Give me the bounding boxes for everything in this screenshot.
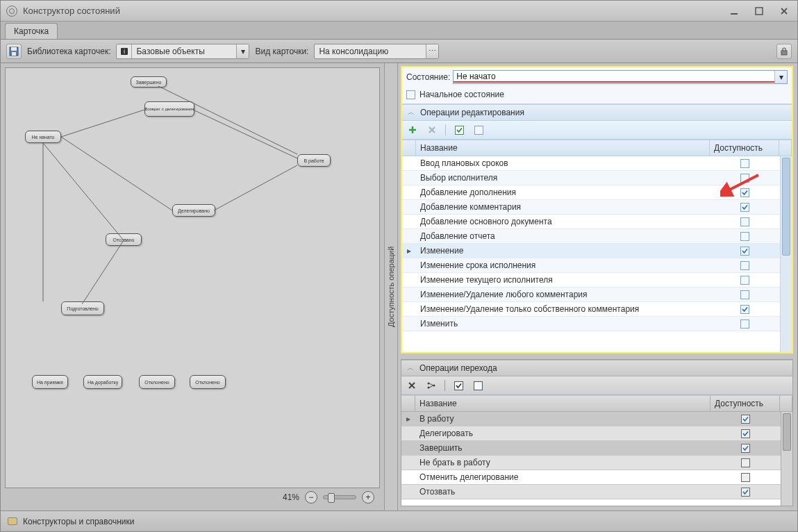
node-not-started[interactable]: Не начато [25,131,61,143]
table-row[interactable]: Выбор исполнителя [402,171,792,185]
node-rejected[interactable]: Отклонено [139,375,175,389]
zoom-bar: 41% − + [5,488,380,506]
row-name: Изменение/Удаление только собственного к… [416,304,710,314]
maximize-button[interactable] [751,5,767,17]
initial-state-label: Начальное состояние [419,90,504,99]
availability-checkbox[interactable] [741,488,750,497]
state-diagram-canvas[interactable]: Не начато Завершено Возврат с делегирова… [5,67,380,488]
scrollbar[interactable] [781,412,792,506]
initial-state-row: Начальное состояние [402,87,792,104]
availability-checkbox[interactable] [740,174,749,183]
availability-checkbox[interactable] [740,217,749,226]
chevron-down-icon[interactable]: ▾ [774,71,787,83]
scrollbar[interactable] [780,156,792,352]
table-row[interactable]: Добавление дополнения [402,185,792,200]
table-row[interactable]: ▸Изменение [402,244,792,258]
trans-section-header[interactable]: ︿ Операции перехода [401,360,792,376]
zoom-in-button[interactable]: + [362,491,374,504]
trans-grid-header: Название Доступность [401,396,792,412]
row-name: Добавление комментария [416,202,710,212]
table-row[interactable]: Изменить [402,317,792,331]
chevron-down-icon[interactable]: ▾ [236,44,249,58]
table-row[interactable]: Завершить [401,441,792,456]
row-name: Добавление основного документа [416,217,710,226]
state-row: Состояние: Не начато ▾ [402,67,792,87]
availability-checkbox[interactable] [740,232,749,241]
table-row[interactable]: Добавление отчета [402,229,792,244]
branch-button[interactable] [425,379,438,392]
add-button[interactable] [406,124,419,136]
node-recalled[interactable]: Отозвано [106,233,142,246]
availability-checkbox[interactable] [740,290,749,299]
app-icon [6,6,17,17]
availability-checkbox[interactable] [740,188,749,197]
availability-checkbox[interactable] [740,159,749,168]
table-row[interactable]: Изменение срока исполнения [402,258,792,273]
availability-checkbox[interactable] [741,429,750,438]
col-availability[interactable]: Доступность [710,396,780,411]
minimize-button[interactable] [726,5,742,17]
availability-checkbox[interactable] [740,247,749,256]
node-delegated[interactable]: Делегировано [172,204,215,217]
svg-rect-1 [756,8,763,15]
table-row[interactable]: Изменение текущего исполнителя [402,273,792,288]
edit-section-header[interactable]: ︿ Операции редактирования [402,104,792,121]
check-all-button[interactable] [453,124,465,136]
zoom-slider[interactable] [323,495,356,499]
node-for-revision[interactable]: На доработку [83,375,122,389]
card-type-combo[interactable]: На консолидацию ⋯ [314,44,439,59]
ellipsis-button[interactable]: ⋯ [426,44,438,58]
col-name[interactable]: Название [415,396,710,411]
close-button[interactable] [776,5,792,17]
col-name[interactable]: Название [416,140,710,156]
state-combo[interactable]: Не начато ▾ [453,70,788,84]
toolbar: Библиотека карточек: i Базовые объекты ▾… [1,40,797,63]
tab-card[interactable]: Карточка [5,23,58,39]
availability-checkbox[interactable] [741,444,750,453]
row-name: Добавление дополнения [416,188,710,197]
node-delegation-return[interactable]: Возврат с делегирования [144,101,194,117]
availability-checkbox[interactable] [741,473,750,482]
availability-checkbox[interactable] [741,415,750,424]
uncheck-all-button[interactable] [472,379,484,392]
check-all-button[interactable] [452,379,465,392]
table-row[interactable]: Добавление основного документа [402,215,792,229]
library-combo[interactable]: i Базовые объекты ▾ [116,44,249,59]
node-on-approval[interactable]: На приемке [32,375,68,389]
col-availability[interactable]: Доступность [710,140,779,156]
save-button[interactable] [6,44,22,59]
node-in-work[interactable]: В работе [297,154,331,167]
availability-checkbox[interactable] [740,261,749,270]
table-row[interactable]: Ввод плановых сроков [402,156,792,171]
delete-button[interactable] [426,124,438,136]
node-completed[interactable]: Завершено [131,76,167,88]
availability-checkbox[interactable] [741,458,750,467]
table-row[interactable]: ▸В работу [401,412,792,426]
availability-checkbox[interactable] [740,319,749,329]
row-name: Изменение/Удаление любого комментария [416,290,710,299]
node-prepared[interactable]: Подготовлено [61,301,104,315]
table-row[interactable]: Отозвать [401,485,792,499]
trans-grid-body[interactable]: ▸В работуДелегироватьЗавершитьНе брать в… [401,412,792,506]
availability-checkbox[interactable] [740,305,749,314]
node-declined[interactable]: Отклонено [190,375,226,389]
table-row[interactable]: Изменение/Удаление только собственного к… [402,302,792,317]
uncheck-all-button[interactable] [472,124,485,136]
edit-grid-body[interactable]: Ввод плановых сроковВыбор исполнителяДоб… [402,156,792,352]
availability-checkbox[interactable] [740,203,749,212]
main-area: Не начато Завершено Возврат с делегирова… [1,63,797,510]
row-name: Изменение текущего исполнителя [416,275,710,285]
zoom-out-button[interactable]: − [305,491,317,504]
svg-rect-4 [12,52,16,56]
table-row[interactable]: Не брать в работу [401,456,792,470]
table-row[interactable]: Делегировать [401,426,792,441]
table-row[interactable]: Изменение/Удаление любого комментария [402,288,792,302]
table-row[interactable]: Отменить делегирование [401,470,792,485]
initial-state-checkbox[interactable] [406,90,415,99]
statusbar-label[interactable]: Конструкторы и справочники [23,517,134,526]
lock-button[interactable] [776,44,792,59]
availability-checkbox[interactable] [740,276,749,285]
table-row[interactable]: Добавление комментария [402,200,792,215]
delete-button[interactable] [406,379,418,392]
side-tab-availability[interactable]: Доступность операций [384,63,398,510]
